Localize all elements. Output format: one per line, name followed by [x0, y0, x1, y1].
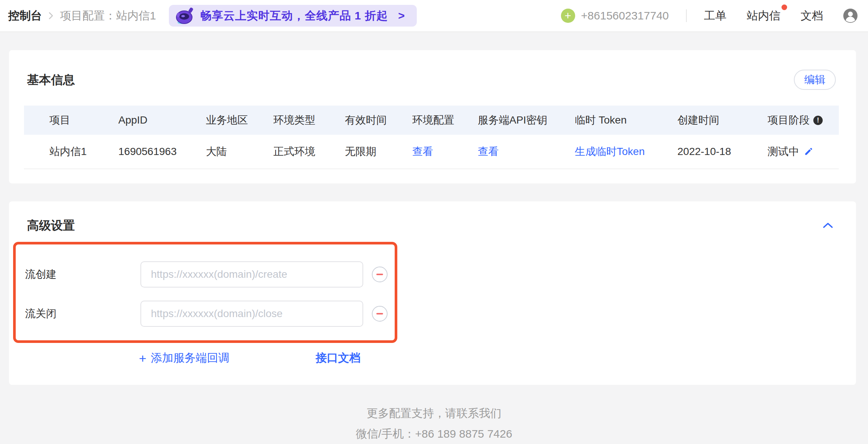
- stream-close-callback-input[interactable]: [140, 301, 363, 327]
- table-header-row: 项目 AppID 业务地区 环境类型 有效时间 环境配置 服务端API密钥 临时…: [24, 106, 839, 135]
- cell-project-stage: 测试中: [768, 145, 839, 159]
- col-create-time: 创建时间: [677, 113, 768, 127]
- project-table: 项目 AppID 业务地区 环境类型 有效时间 环境配置 服务端API密钥 临时…: [24, 106, 839, 169]
- add-server-callback-link[interactable]: + 添加服务端回调: [139, 350, 230, 366]
- minus-icon: [376, 274, 383, 275]
- basic-info-card-header: 基本信息 编辑: [9, 50, 856, 90]
- minus-icon: [376, 313, 383, 314]
- unread-badge: [781, 4, 787, 10]
- edit-button[interactable]: 编辑: [794, 70, 836, 90]
- col-project-stage-label: 项目阶段: [768, 113, 810, 127]
- nav-item-tickets[interactable]: 工单: [704, 8, 726, 24]
- basic-info-card: 基本信息 编辑 项目 AppID 业务地区 环境类型 有效时间 环境配置 服务端…: [9, 50, 856, 183]
- col-region: 业务地区: [206, 113, 273, 127]
- col-api-secret: 服务端API密钥: [478, 113, 575, 127]
- stage-value: 测试中: [768, 145, 799, 159]
- breadcrumb-chevron-icon: [48, 10, 54, 21]
- promo-mascot-icon: [175, 7, 195, 25]
- stream-create-label: 流创建: [25, 267, 140, 282]
- stream-close-row: 流关闭: [25, 301, 395, 327]
- advanced-settings-header: 高级设置: [9, 201, 856, 232]
- advanced-settings-card: 高级设置 流创建 流关闭 + 添加服务端回调 接口文档: [9, 201, 856, 385]
- promo-arrow-icon: >: [398, 9, 405, 22]
- header-right-group: + +8615602317740 工单 站内信 文档: [561, 8, 858, 24]
- col-env-type: 环境类型: [273, 113, 345, 127]
- callback-links-row: + 添加服务端回调 接口文档: [139, 350, 856, 366]
- api-secret-view-link[interactable]: 查看: [478, 145, 575, 159]
- stage-info-icon[interactable]: !: [813, 116, 823, 125]
- table-row: 站内信1 1690561963 大陆 正式环境 无限期 查看 查看 生成临时To…: [24, 135, 839, 169]
- cell-appid: 1690561963: [118, 146, 206, 158]
- col-appid: AppID: [118, 114, 206, 126]
- stream-create-callback-input[interactable]: [140, 261, 363, 288]
- cell-region: 大陆: [206, 145, 273, 159]
- page-footer: 更多配置支持，请联系我们 微信/手机：+86 189 8875 7426: [0, 385, 868, 442]
- stream-create-row: 流创建: [25, 261, 395, 288]
- cell-project: 站内信1: [49, 145, 118, 159]
- header-divider: [686, 9, 687, 22]
- advanced-settings-title: 高级设置: [27, 219, 75, 232]
- callback-annotation-box: 流创建 流关闭: [13, 242, 397, 343]
- remove-stream-close-button[interactable]: [372, 306, 388, 322]
- user-avatar-icon[interactable]: [843, 9, 858, 23]
- promo-banner-text: 畅享云上实时互动，全线产品 1 折起: [200, 8, 388, 24]
- cell-valid-time: 无限期: [345, 145, 412, 159]
- add-plus-icon: +: [139, 352, 146, 365]
- col-env-config: 环境配置: [412, 113, 478, 127]
- nav-item-messages-label: 站内信: [747, 9, 780, 22]
- api-doc-link[interactable]: 接口文档: [316, 350, 361, 366]
- footer-contact-text: 微信/手机：+86 189 8875 7426: [0, 426, 868, 442]
- edit-stage-pencil-icon[interactable]: [804, 147, 813, 156]
- stream-close-label: 流关闭: [25, 307, 140, 321]
- col-temp-token: 临时 Token: [575, 113, 677, 127]
- breadcrumb-current-page: 项目配置：站内信1: [60, 8, 156, 24]
- cell-env-type: 正式环境: [273, 145, 345, 159]
- remove-stream-create-button[interactable]: [372, 267, 388, 282]
- top-header: 控制台 项目配置：站内信1 畅享云上实时互动，全线产品 1 折起 > + +86…: [0, 0, 868, 32]
- footer-support-text: 更多配置支持，请联系我们: [0, 406, 868, 421]
- collapse-section-button[interactable]: [820, 220, 836, 231]
- add-server-callback-label: 添加服务端回调: [151, 350, 230, 366]
- env-config-view-link[interactable]: 查看: [412, 145, 478, 159]
- col-project: 项目: [49, 113, 118, 127]
- col-project-stage: 项目阶段 !: [768, 113, 839, 127]
- account-plus-icon[interactable]: +: [561, 9, 575, 23]
- promo-banner[interactable]: 畅享云上实时互动，全线产品 1 折起 >: [169, 5, 417, 27]
- cell-create-time: 2022-10-18: [677, 146, 768, 158]
- nav-item-messages[interactable]: 站内信: [747, 8, 780, 24]
- breadcrumb-console[interactable]: 控制台: [8, 8, 42, 24]
- nav-item-docs[interactable]: 文档: [801, 8, 823, 24]
- col-valid-time: 有效时间: [345, 113, 412, 127]
- account-phone[interactable]: +8615602317740: [581, 9, 669, 22]
- basic-info-title: 基本信息: [27, 73, 75, 86]
- generate-token-link[interactable]: 生成临时Token: [575, 145, 677, 159]
- chevron-up-icon: [822, 222, 834, 229]
